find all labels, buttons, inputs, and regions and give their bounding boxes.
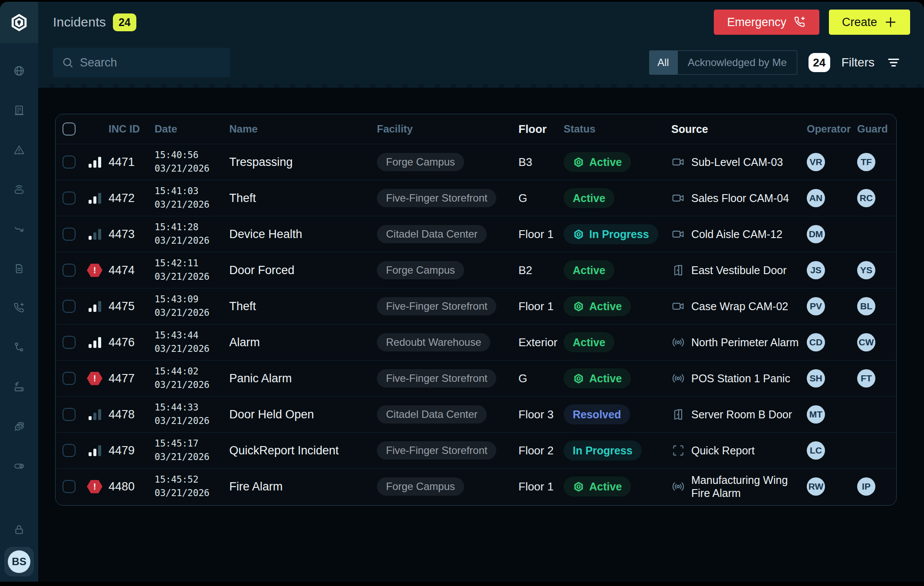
call-icon — [13, 302, 25, 314]
create-button[interactable]: Create — [829, 10, 910, 35]
severity-cell — [83, 156, 106, 168]
operator-avatar: CD — [807, 333, 825, 351]
tab-acknowledged-by-me[interactable]: Acknowledged by Me — [677, 50, 797, 75]
facility-pill: Five-Finger Storefront — [377, 297, 496, 315]
date-cell: 15:45:52 03/21/2026 — [148, 473, 222, 500]
date-cell: 15:40:56 03/21/2026 — [148, 149, 222, 176]
sidebar-item-toggle[interactable] — [0, 446, 38, 486]
time-value: 15:41:28 — [155, 221, 222, 235]
table-row[interactable]: ! 4480 15:45:52 03/21/2026 Fire Alarm Fo… — [56, 468, 896, 504]
alerts-icon — [13, 144, 25, 156]
name-cell: Device Health — [222, 228, 372, 241]
status-hexagon-icon — [573, 373, 584, 384]
severity-bars-icon — [89, 445, 101, 456]
source-label: Manufacturing Wing Fire Alarm — [691, 473, 800, 500]
select-all-checkbox[interactable] — [63, 122, 76, 136]
inc-id-cell: 4474 — [106, 264, 148, 277]
source-cell: POS Station 1 Panic — [670, 371, 800, 385]
date-value: 03/21/2026 — [155, 270, 222, 284]
severity-cell — [83, 192, 106, 204]
plus-icon — [884, 16, 897, 29]
search-input[interactable] — [80, 56, 221, 70]
inc-id-cell: 4480 — [106, 480, 148, 493]
guard-avatar: YS — [857, 261, 875, 279]
user-menu[interactable]: BS — [4, 547, 34, 576]
source-cell: East Vestibule Door — [670, 263, 800, 277]
col-source: Source — [670, 123, 800, 136]
severity-cell — [83, 228, 106, 240]
table-row[interactable]: 4478 15:44:33 03/21/2026 Door Held Open … — [56, 396, 896, 432]
guard-avatar: IP — [857, 477, 875, 496]
row-checkbox[interactable] — [63, 372, 76, 385]
col-floor: Floor — [513, 122, 558, 136]
status-hexagon-icon — [573, 301, 584, 312]
row-checkbox[interactable] — [63, 228, 76, 241]
row-checkbox[interactable] — [63, 480, 76, 493]
floor-cell: B3 — [513, 156, 558, 169]
sidebar-item-sensor[interactable] — [0, 169, 38, 209]
sidebar-item-alerts[interactable] — [0, 130, 38, 169]
sidebar-item-lock[interactable] — [13, 523, 25, 537]
date-cell: 15:44:02 03/21/2026 — [148, 365, 222, 392]
sensor-icon — [13, 183, 25, 195]
name-cell: Fire Alarm — [222, 480, 372, 493]
operator-cell: SH — [800, 369, 848, 387]
facility-pill: Five-Finger Storefront — [377, 189, 496, 207]
workflow-icon — [13, 341, 25, 354]
brand-logo[interactable] — [0, 2, 38, 43]
severity-cell: ! — [83, 480, 106, 493]
sidebar-bottom: BS — [4, 523, 34, 582]
status-label: Active — [573, 336, 605, 349]
guard-cell: FT — [848, 369, 895, 387]
tab-all[interactable]: All — [649, 50, 677, 75]
table-row[interactable]: 4471 15:40:56 03/21/2026 Trespassing For… — [56, 144, 896, 180]
sidebar-item-device[interactable] — [0, 367, 38, 407]
sidebar-item-workflow[interactable] — [0, 328, 38, 367]
table-row[interactable]: 4472 15:41:03 03/21/2026 Theft Five-Fing… — [56, 180, 896, 216]
table-row[interactable]: 4476 15:43:44 03/21/2026 Alarm Redoubt W… — [56, 324, 896, 360]
date-value: 03/21/2026 — [155, 487, 222, 500]
source-cell: Cold Aisle CAM-12 — [670, 227, 800, 241]
operator-cell: PV — [800, 297, 848, 315]
table-row[interactable]: 4479 15:45:17 03/21/2026 QuickReport Inc… — [56, 432, 896, 468]
sidebar-item-audit[interactable] — [0, 407, 38, 446]
operator-cell: RW — [800, 477, 848, 496]
date-cell: 15:43:44 03/21/2026 — [148, 329, 222, 356]
source-label: Sub-Level CAM-03 — [691, 156, 783, 169]
source-cell: North Perimeter Alarm — [670, 335, 800, 349]
col-status: Status — [558, 123, 670, 135]
sidebar-item-call[interactable] — [0, 288, 38, 328]
filters-count-badge: 24 — [808, 53, 830, 72]
search-box[interactable] — [53, 48, 230, 77]
filters-button[interactable] — [886, 55, 901, 70]
emergency-button[interactable]: Emergency — [714, 10, 819, 35]
sidebar-item-report[interactable] — [0, 248, 38, 288]
table-row[interactable]: 4475 15:43:09 03/21/2026 Theft Five-Fing… — [56, 288, 896, 324]
source-label: Quick Report — [691, 444, 755, 457]
table-row[interactable]: ! 4477 15:44:02 03/21/2026 Panic Alarm F… — [56, 360, 896, 396]
row-checkbox[interactable] — [63, 336, 76, 349]
operator-avatar: PV — [807, 297, 825, 315]
date-value: 03/21/2026 — [155, 414, 222, 428]
sidebar-item-trend[interactable] — [0, 209, 38, 248]
severity-bars-icon — [89, 192, 101, 204]
time-value: 15:45:52 — [155, 473, 222, 487]
severity-bars-icon — [89, 409, 101, 420]
sidebar-item-facility[interactable] — [0, 90, 38, 130]
guard-avatar: TF — [857, 153, 875, 171]
table-row[interactable]: ! 4474 15:42:11 03/21/2026 Door Forced F… — [56, 252, 896, 288]
row-checkbox[interactable] — [63, 444, 76, 457]
table-body: 4471 15:40:56 03/21/2026 Trespassing For… — [56, 144, 896, 504]
row-checkbox[interactable] — [63, 264, 76, 277]
table-row[interactable]: 4473 15:41:28 03/21/2026 Device Health C… — [56, 216, 896, 252]
operator-avatar: SH — [807, 369, 825, 387]
row-checkbox[interactable] — [63, 192, 76, 205]
incident-count-badge: 24 — [113, 13, 136, 31]
hexagon-logo-icon — [9, 13, 29, 33]
row-checkbox[interactable] — [63, 156, 76, 169]
row-checkbox[interactable] — [63, 300, 76, 313]
row-checkbox[interactable] — [63, 408, 76, 421]
status-label: In Progress — [589, 228, 649, 241]
facility-pill: Forge Campus — [377, 261, 464, 279]
sidebar-item-globe[interactable] — [0, 51, 38, 90]
